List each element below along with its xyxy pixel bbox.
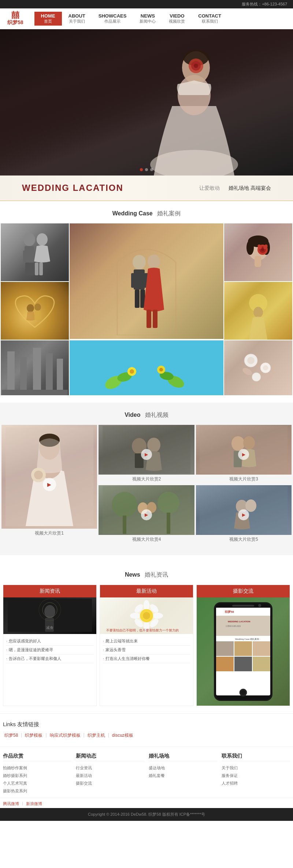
footer-news-item-2[interactable]: 最新活动	[76, 772, 144, 780]
video-heading: Video 婚礼视频	[0, 403, 293, 425]
hero-dot-2[interactable]	[145, 168, 148, 171]
footer-works-item-3[interactable]: 个人艺术写真	[3, 780, 71, 787]
footer-news-item-3[interactable]: 摄影交流	[76, 780, 144, 787]
svg-rect-44	[46, 353, 53, 392]
nav-about[interactable]: ABOUT 关于我们	[62, 12, 92, 26]
svg-point-56	[247, 357, 255, 364]
news-item-2-1[interactable]: 爬上云端等就出来	[103, 637, 190, 646]
nav-contact[interactable]: CONTACT 联系我们	[192, 12, 228, 26]
wedding-banner-middle: 让爱敢动 婚礼场地 高端宴会	[199, 185, 271, 192]
news-col-2-header: 最新活动	[100, 585, 193, 597]
footer-col-news-title: 新闻动态	[76, 753, 144, 761]
link-4[interactable]: 织梦主机	[86, 732, 107, 739]
video-play-2[interactable]: ▶	[141, 449, 152, 460]
video-section: Video 婚礼视频	[0, 403, 293, 555]
links-heading: Links 友情链接	[3, 721, 290, 728]
bride-large-thumb	[5, 427, 93, 526]
case-item-7[interactable]	[70, 340, 223, 395]
link-5[interactable]: discuz模板	[111, 732, 135, 739]
link-sep-3: |	[84, 732, 85, 739]
video-label-1: 视频大片欣赏1	[1, 529, 97, 538]
links-section: Links 友情链接 织梦58 | 织梦模板 | 响应式织梦模板 | 织梦主机 …	[0, 713, 293, 747]
svg-rect-12	[30, 263, 34, 275]
svg-rect-10	[30, 250, 34, 261]
footer-col-contact: 联系我们 关于我们 服务保证 人才招聘	[222, 753, 290, 795]
case-item-4[interactable]	[1, 282, 69, 340]
hero-dot-3[interactable]	[150, 168, 153, 171]
svg-rect-26	[153, 310, 157, 328]
video-label-3: 视频大片欣赏3	[196, 475, 292, 484]
nav-showcases-cn: 作品展示	[104, 19, 120, 24]
nav-news[interactable]: NEWS 新闻中心	[133, 12, 162, 26]
news-item-1-2[interactable]: 嗯，是漫漫征途的爱难寻	[6, 646, 93, 654]
cases-heading: Wedding Case 婚礼案例	[0, 201, 293, 223]
footer-contact-item-3[interactable]: 人才招聘	[222, 780, 290, 787]
video-play-3[interactable]: ▶	[238, 449, 249, 460]
svg-point-40	[253, 307, 263, 318]
svg-rect-88	[45, 618, 54, 632]
nav-video[interactable]: VIEDO 视频欣赏	[162, 12, 192, 26]
news-item-2-3[interactable]: 打造出人生当清晰好你餐	[103, 654, 190, 663]
svg-rect-31	[255, 256, 261, 267]
case-item-5[interactable]	[224, 282, 292, 340]
link-1[interactable]: 织梦58	[3, 732, 19, 739]
footer-venue-item-1[interactable]: 盛达场地	[149, 764, 217, 772]
news-item-2-2[interactable]: 家远头香雪	[103, 646, 190, 654]
news-col-1-header: 新闻资讯	[3, 585, 96, 597]
footer-contact-item-2[interactable]: 服务保证	[222, 772, 290, 780]
nav-home[interactable]: HOME 首页	[34, 12, 62, 26]
link-sep-1: |	[21, 732, 22, 739]
svg-rect-43	[33, 348, 41, 392]
svg-point-58	[263, 365, 268, 370]
svg-point-67	[34, 471, 43, 479]
news-list-2: 爬上云端等就出来 家远头香雪 打造出人生当清晰好你餐	[100, 634, 193, 666]
social-item-2[interactable]: 新浪微博	[26, 801, 42, 807]
video-item-1[interactable]: ▶ 视频大片欣赏1	[1, 425, 97, 544]
footer-works-item-1[interactable]: 拍婚纱作案例	[3, 764, 71, 772]
cases-heading-en: Wedding Case	[112, 210, 153, 216]
nav-video-en: VIEDO	[170, 13, 184, 19]
footer-venue-item-2[interactable]: 婚礼套餐	[149, 772, 217, 780]
case-item-8[interactable]	[224, 340, 292, 395]
footer-col-news: 新闻动态 行业资讯 最新活动 摄影交流	[76, 753, 144, 795]
video-item-3[interactable]: ▶ 视频大片欣赏3	[196, 425, 292, 484]
video-item-4[interactable]: ▶ 视频大片欣赏4	[99, 485, 194, 544]
footer-col-works-title: 作品欣赏	[3, 753, 71, 761]
hero-dot-1[interactable]	[140, 168, 143, 171]
news-item-1-3[interactable]: 告诉自己，不要影耀去和傷人	[6, 654, 93, 663]
wedding-banner-left-sub: 让爱敢动	[199, 185, 220, 191]
footer-contact-item-1[interactable]: 关于我们	[222, 764, 290, 772]
video-play-5[interactable]: ▶	[238, 509, 249, 520]
footer-works-item-2[interactable]: 婚纱摄影系列	[3, 772, 71, 780]
news-photo-2: 不要害怕自己不聪明，也不要害怕努力一个努力的	[100, 597, 193, 634]
svg-point-59	[252, 373, 261, 381]
svg-point-77	[112, 492, 137, 517]
svg-point-61	[262, 373, 272, 381]
footer-works-item-4[interactable]: 摄影热卖系列	[3, 787, 71, 795]
case-item-1[interactable]	[1, 223, 69, 281]
news-heading: News 婚礼资讯	[0, 562, 293, 585]
case-item-6[interactable]	[1, 340, 69, 395]
logo[interactable]: 囍 织梦58	[7, 11, 23, 26]
video-item-2[interactable]: ▶ 视频大片欣赏2	[99, 425, 194, 484]
svg-rect-11	[25, 263, 30, 275]
footer-columns: 作品欣赏 拍婚纱作案例 婚纱摄影系列 个人艺术写真 摄影热卖系列 新闻动态 行业…	[0, 747, 293, 798]
video-play-1[interactable]: ▶	[43, 478, 56, 491]
cases-heading-cn: 婚礼案例	[157, 210, 181, 216]
svg-rect-15	[39, 263, 43, 275]
wedding-banner-left: WEDDING LACATION	[22, 183, 123, 193]
news-item-1-1[interactable]: 您应该感觉的好人	[6, 637, 93, 646]
case-item-3[interactable]	[224, 223, 292, 281]
wedding-banner-right-sub: 婚礼场地 高端宴会	[229, 185, 271, 191]
social-row: 腾讯微博 | 新浪微博	[0, 798, 293, 808]
nav-showcases[interactable]: SHOWCAES 作品展示	[92, 12, 133, 26]
footer-news-item-1[interactable]: 行业资讯	[76, 764, 144, 772]
link-2[interactable]: 织梦模板	[23, 732, 44, 739]
video-item-5[interactable]: ▶ 视频大片欣赏5	[196, 485, 292, 544]
case-item-2[interactable]	[70, 223, 223, 340]
svg-text:减食: 减食	[46, 626, 53, 630]
link-3[interactable]: 响应式织梦模板	[48, 732, 82, 739]
video-play-4[interactable]: ▶	[141, 509, 152, 520]
news-col-3-header: 摄影交流	[197, 585, 290, 597]
social-item-1[interactable]: 腾讯微博	[3, 801, 19, 807]
